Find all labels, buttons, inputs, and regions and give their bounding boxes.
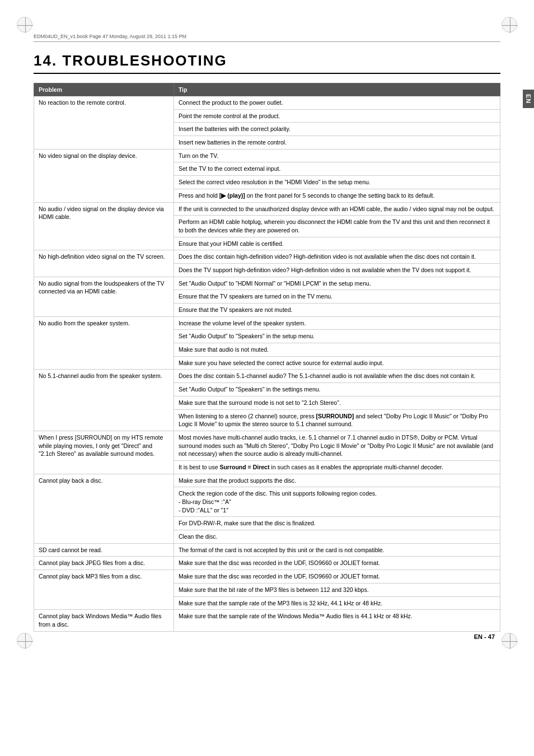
tip-cell: Make sure that the disc was recorded in …: [174, 557, 500, 570]
tip-cell: Make sure that the bit rate of the MP3 f…: [174, 583, 500, 596]
tip-cell: Insert the batteries with the correct po…: [174, 123, 500, 136]
problem-cell: No high-definition video signal on the T…: [34, 250, 174, 277]
crosshair-tr: [502, 17, 518, 33]
tip-cell: Press and hold [▶ (play)] on the front p…: [174, 189, 500, 202]
tip-cell: Does the disc contain 5.1-channel audio?…: [174, 370, 500, 383]
corner-decoration-tr: [502, 17, 517, 32]
language-tab: EN: [523, 90, 534, 108]
tip-cell: Make sure that the surround mode is not …: [174, 396, 500, 409]
table-row: Cannot play back JPEG files from a disc.…: [34, 557, 500, 570]
tip-cell: Ensure that the TV speakers are not mute…: [174, 304, 500, 317]
tip-cell: Make sure that the product supports the …: [174, 474, 500, 487]
problem-cell: When I press [SURROUND] on my HTS remote…: [34, 431, 174, 474]
tip-cell: Clean the disc.: [174, 530, 500, 544]
table-row: No audio signal from the loudspeakers of…: [34, 277, 500, 290]
tip-cell: Make sure that the sample rate of the MP…: [174, 596, 500, 610]
corner-decoration-tl: [17, 17, 32, 32]
troubleshooting-table: Problem Tip No reaction to the remote co…: [34, 83, 500, 632]
tip-cell: Set "Audio Output" to "Speakers" in the …: [174, 330, 500, 343]
problem-cell: No audio signal from the loudspeakers of…: [34, 277, 174, 316]
problem-cell: SD card cannot be read.: [34, 543, 174, 557]
tip-cell: Does the TV support high-definition vide…: [174, 263, 500, 277]
table-row: Cannot play back Windows Media™ Audio fi…: [34, 610, 500, 631]
tip-cell: Insert new batteries in the remote contr…: [174, 136, 500, 150]
tip-cell: If the unit is connected to the unauthor…: [174, 202, 500, 216]
tip-cell: Set the TV to the correct external input…: [174, 162, 500, 176]
tip-cell: Make sure that audio is not muted.: [174, 343, 500, 357]
problem-cell: Cannot play back MP3 files from a disc.: [34, 570, 174, 610]
tip-cell: Increase the volume level of the speaker…: [174, 316, 500, 330]
table-row: SD card cannot be read.The format of the…: [34, 543, 500, 557]
corner-decoration-br: [502, 633, 517, 648]
tip-cell: Make sure that the sample rate of the Wi…: [174, 610, 500, 631]
tip-cell: Set "Audio Output" to "Speakers" in the …: [174, 383, 500, 396]
col-header-tip: Tip: [174, 83, 500, 96]
page-number: EN - 47: [474, 633, 495, 640]
problem-cell: No video signal on the display device.: [34, 149, 174, 202]
tip-cell: The format of the card is not accepted b…: [174, 543, 500, 557]
crosshair-br: [502, 633, 518, 649]
tip-cell: Select the correct video resolution in t…: [174, 176, 500, 189]
tip-cell: Make sure that the disc was recorded in …: [174, 570, 500, 584]
tip-cell: It is best to use Surround = Direct in s…: [174, 460, 500, 474]
crosshair-bl: [17, 633, 33, 649]
tip-cell: Does the disc contain high-definition vi…: [174, 250, 500, 264]
table-row: No video signal on the display device.Tu…: [34, 149, 500, 162]
page-title: 14. TROUBLESHOOTING: [34, 52, 500, 74]
table-row: No high-definition video signal on the T…: [34, 250, 500, 264]
tip-cell: Point the remote control at the product.: [174, 109, 500, 123]
table-row: No reaction to the remote control.Connec…: [34, 96, 500, 110]
tip-cell: For DVD-RW/-R, make sure that the disc i…: [174, 517, 500, 530]
table-row: No audio / video signal on the display d…: [34, 202, 500, 216]
table-row: Cannot play back a disc.Make sure that t…: [34, 474, 500, 487]
crosshair-tl: [17, 17, 33, 33]
header-bar: EDM04UD_EN_v1.book Page 47 Monday, Augus…: [34, 34, 500, 42]
tip-cell: Make sure you have selected the correct …: [174, 356, 500, 370]
problem-cell: Cannot play back JPEG files from a disc.: [34, 557, 174, 570]
problem-cell: No audio from the speaker system.: [34, 316, 174, 370]
tip-cell: Check the region code of the disc. This …: [174, 487, 500, 517]
table-row: Cannot play back MP3 files from a disc.M…: [34, 570, 500, 584]
problem-cell: No reaction to the remote control.: [34, 96, 174, 150]
problem-cell: Cannot play back a disc.: [34, 474, 174, 543]
tip-cell: Turn on the TV.: [174, 149, 500, 162]
table-row: When I press [SURROUND] on my HTS remote…: [34, 431, 500, 460]
col-header-problem: Problem: [34, 83, 174, 96]
tip-cell: Connect the product to the power outlet.: [174, 96, 500, 110]
tip-cell: Most movies have multi-channel audio tra…: [174, 431, 500, 460]
problem-cell: Cannot play back Windows Media™ Audio fi…: [34, 610, 174, 631]
tip-cell: Perform an HDMI cable hotplug, wherein y…: [174, 216, 500, 237]
tip-cell: When listening to a stereo (2 channel) s…: [174, 409, 500, 431]
problem-cell: No audio / video signal on the display d…: [34, 202, 174, 250]
corner-decoration-bl: [17, 633, 32, 648]
problem-cell: No 5.1-channel audio from the speaker sy…: [34, 370, 174, 431]
table-row: No audio from the speaker system.Increas…: [34, 316, 500, 330]
tip-cell: Set "Audio Output" to "HDMI Normal" or "…: [174, 277, 500, 290]
tip-cell: Ensure that the TV speakers are turned o…: [174, 290, 500, 304]
tip-cell: Ensure that your HDMI cable is certified…: [174, 237, 500, 250]
table-row: No 5.1-channel audio from the speaker sy…: [34, 370, 500, 383]
